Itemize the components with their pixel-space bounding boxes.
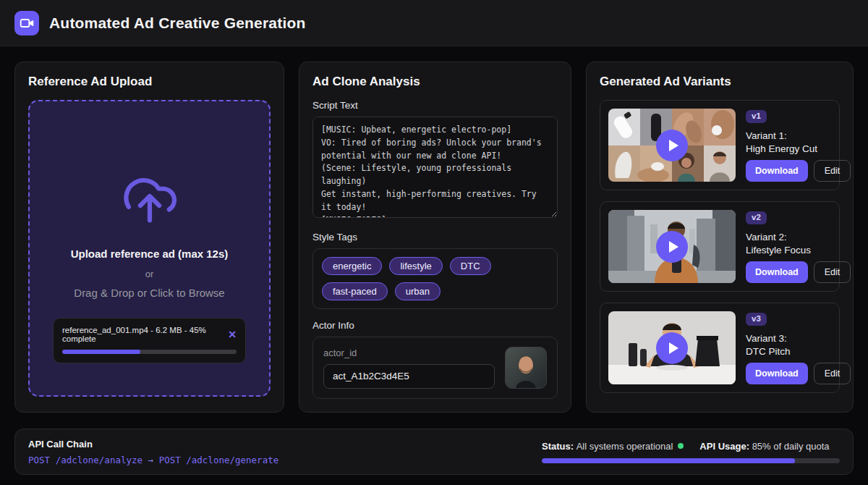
upload-progress-bar (62, 350, 140, 354)
upload-file-chip: reference_ad_001.mp4 - 6.2 MB - 45% comp… (53, 318, 246, 363)
play-icon[interactable] (656, 332, 688, 364)
api-call-chain-label: API Call Chain (28, 439, 278, 450)
download-button[interactable]: Download (746, 363, 808, 384)
download-button[interactable]: Download (746, 261, 808, 283)
style-tag: energetic (322, 257, 382, 275)
upload-hint: Drag & Drop or Click to Browse (74, 287, 224, 299)
upload-or-text: or (145, 269, 154, 279)
status-label: Status: (542, 441, 574, 452)
style-tag: fast-paced (322, 282, 388, 300)
file-status-text: reference_ad_001.mp4 - 6.2 MB - 45% comp… (62, 326, 228, 343)
script-text-label: Script Text (312, 100, 558, 111)
variant-title: Variant 3: DTC Pitch (746, 332, 851, 358)
status-usage-block: Status: All systems operational API Usag… (542, 441, 840, 463)
style-tag: lifestyle (389, 257, 442, 275)
status-green-dot-icon (678, 443, 684, 449)
cancel-upload-icon[interactable]: ✕ (228, 329, 237, 340)
variant-1-thumbnail[interactable] (608, 109, 736, 182)
variant-3-thumbnail[interactable] (608, 311, 736, 384)
actor-id-input[interactable] (323, 364, 495, 389)
edit-button[interactable]: Edit (814, 160, 851, 182)
actor-info-label: Actor Info (312, 320, 558, 331)
style-tags-box: energetic lifestyle DTC fast-paced urban (312, 248, 558, 309)
script-text-area[interactable]: [MUSIC: Upbeat, energetic electro-pop] V… (312, 117, 558, 218)
video-camera-icon (14, 11, 39, 35)
variant-badge: v3 (746, 313, 767, 326)
reference-upload-panel: Reference Ad Upload Upload reference ad … (14, 62, 284, 413)
style-tags-label: Style Tags (312, 232, 558, 242)
actor-info-box: actor_id (312, 337, 558, 399)
page-title: Automated Ad Creative Generation (49, 14, 306, 32)
download-button[interactable]: Download (746, 160, 808, 182)
style-tag: urban (395, 282, 441, 300)
actor-id-label: actor_id (323, 347, 495, 358)
usage-label: API Usage: (699, 441, 749, 452)
variant-card-3: v3 Variant 3: DTC Pitch Download Edit (600, 303, 840, 393)
upload-progress-track (62, 350, 237, 354)
upload-headline: Upload reference ad (max 12s) (71, 248, 229, 260)
api-usage-track (542, 458, 840, 463)
variant-card-1: v1 Variant 1: High Energy Cut Download E… (600, 100, 840, 190)
upload-panel-title: Reference Ad Upload (28, 75, 271, 89)
variant-title: Variant 1: High Energy Cut (746, 130, 851, 156)
app-header: Automated Ad Creative Generation (0, 0, 868, 46)
upload-dropzone[interactable]: Upload reference ad (max 12s) or Drag & … (28, 100, 271, 397)
api-call-chain-code: POST /adclone/analyze → POST /adclone/ge… (28, 455, 278, 465)
actor-avatar (505, 347, 547, 389)
variant-2-thumbnail[interactable] (608, 210, 736, 283)
edit-button[interactable]: Edit (814, 261, 851, 283)
usage-value: 85% of daily quota (752, 441, 830, 452)
api-usage-bar (542, 458, 795, 463)
play-icon[interactable] (656, 231, 688, 263)
api-status-footer: API Call Chain POST /adclone/analyze → P… (14, 429, 854, 475)
edit-button[interactable]: Edit (814, 363, 851, 384)
ad-clone-analysis-panel: Ad Clone Analysis Script Text [MUSIC: Up… (299, 62, 571, 413)
cloud-upload-icon (116, 165, 183, 223)
arrow-icon: → (148, 455, 154, 465)
api-call-chain: API Call Chain POST /adclone/analyze → P… (28, 439, 278, 465)
variant-badge: v2 (746, 211, 767, 224)
play-icon[interactable] (656, 130, 688, 161)
style-tag: DTC (450, 257, 491, 275)
analysis-panel-title: Ad Clone Analysis (312, 75, 558, 89)
variant-card-2: v2 Variant 2: Lifestyle Focus Download E… (600, 201, 840, 292)
generated-variants-panel: Generated Ad Variants (586, 62, 854, 413)
variants-panel-title: Generated Ad Variants (600, 75, 840, 89)
main-content: Reference Ad Upload Upload reference ad … (0, 46, 868, 413)
variant-title: Variant 2: Lifestyle Focus (746, 231, 851, 257)
status-value: All systems operational (576, 441, 673, 452)
variant-badge: v1 (746, 110, 767, 123)
